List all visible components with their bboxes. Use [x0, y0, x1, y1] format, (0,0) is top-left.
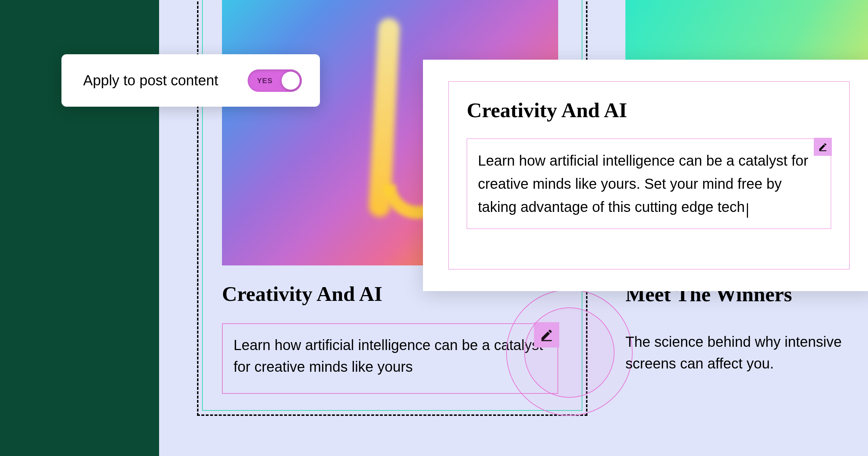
pencil-icon	[818, 142, 828, 152]
post-card-description-text: Learn how artificial intelligence can be…	[234, 334, 547, 378]
text-cursor	[747, 203, 748, 218]
content-editor-inner: Creativity And AI Learn how artificial i…	[448, 81, 850, 269]
apply-settings-panel: Apply to post content YES	[61, 54, 320, 107]
pencil-icon	[540, 328, 553, 342]
post-card-title: Creativity And AI	[222, 282, 382, 306]
content-editor-panel: Creativity And AI Learn how artificial i…	[423, 60, 868, 291]
editor-title: Creativity And AI	[467, 98, 831, 122]
editor-edit-button[interactable]	[814, 138, 832, 156]
apply-to-post-toggle[interactable]: YES	[248, 69, 302, 92]
toggle-label: Apply to post content	[83, 72, 218, 89]
toggle-state-label: YES	[257, 76, 273, 85]
toggle-knob	[282, 72, 300, 90]
edit-description-button[interactable]	[534, 322, 559, 348]
post-card-description-box[interactable]: Learn how artificial intelligence can be…	[222, 323, 558, 394]
post-card-secondary-description: The science behind why intensive screens…	[625, 331, 868, 374]
editor-textarea[interactable]: Learn how artificial intelligence can be…	[467, 138, 831, 229]
editor-text-content: Learn how artificial intelligence can be…	[478, 153, 808, 215]
